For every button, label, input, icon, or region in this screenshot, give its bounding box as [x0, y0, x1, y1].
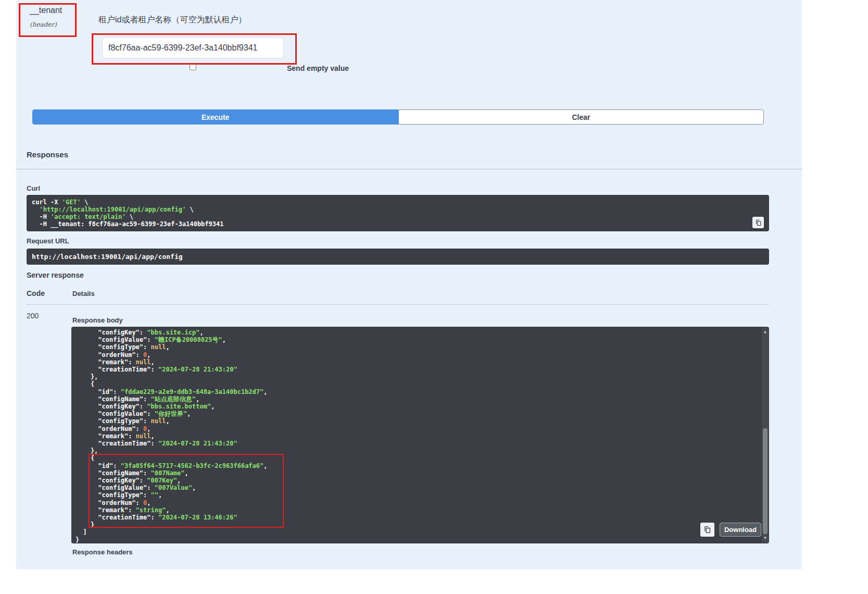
swagger-operation-page: __tenant (header) 租户id或者租户名称（可空为默认租户） Se… [0, 0, 868, 594]
responses-divider [16, 169, 802, 169]
response-headers-label: Response headers [72, 548, 133, 556]
table-header-divider [27, 304, 769, 305]
response-body-block: "configKey": "bbs.site.icp", "configValu… [71, 327, 769, 543]
execute-button[interactable]: Execute [32, 109, 398, 125]
curl-command-text: curl -X 'GET' \ 'http://localhost:19001/… [27, 195, 769, 231]
request-url-label: Request URL [27, 237, 69, 245]
curl-code-block: curl -X 'GET' \ 'http://localhost:19001/… [27, 195, 769, 231]
send-empty-checkbox[interactable] [190, 64, 196, 70]
download-button[interactable]: Download [720, 523, 761, 537]
request-url: http://localhost:19001/api/app/config [32, 253, 183, 261]
response-status-code: 200 [27, 312, 39, 320]
copy-icon [703, 526, 711, 534]
copy-icon [755, 219, 762, 226]
curl-label: Curl [27, 184, 40, 192]
scroll-up-icon[interactable]: ▲ [762, 329, 769, 335]
code-column-header: Code [27, 289, 45, 298]
parameter-name: __tenant [30, 6, 62, 15]
scrollbar-thumb[interactable] [763, 428, 768, 534]
responses-title: Responses [27, 150, 68, 159]
parameter-location: (header) [30, 21, 57, 28]
clear-button[interactable]: Clear [398, 109, 764, 125]
scroll-down-icon[interactable]: ▼ [762, 535, 769, 541]
send-empty-label: Send empty value [287, 64, 349, 72]
parameter-description: 租户id或者租户名称（可空为默认租户） [98, 15, 246, 26]
response-scrollbar: ▲ ▼ [762, 327, 769, 543]
copy-curl-button[interactable] [752, 217, 764, 228]
request-url-block: http://localhost:19001/api/app/config [27, 249, 769, 265]
copy-response-button[interactable] [700, 523, 714, 537]
tenant-input[interactable] [102, 37, 284, 58]
response-body-json: "configKey": "bbs.site.icp", "configValu… [71, 327, 769, 546]
response-body-label: Response body [72, 316, 123, 324]
server-response-label: Server response [27, 271, 84, 279]
details-column-header: Details [72, 290, 95, 298]
